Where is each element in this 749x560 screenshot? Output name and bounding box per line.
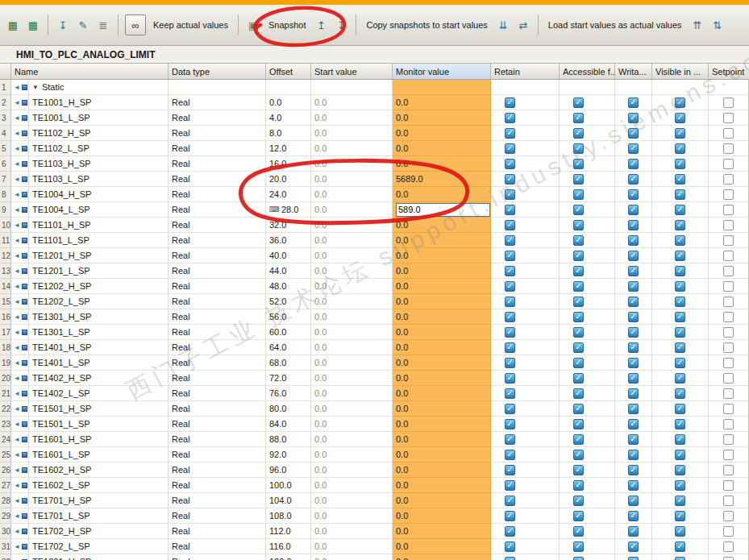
name-cell[interactable]: TE1001_H_SP bbox=[29, 95, 169, 110]
setpoint-checkbox[interactable] bbox=[723, 557, 734, 560]
offset-cell[interactable]: 116.0 bbox=[266, 539, 311, 554]
table-row[interactable]: 7 ◄ TE1103_L_SP Real 20.0 0.0 5689.0 ✓ ✓… bbox=[0, 172, 749, 187]
retain-checkbox[interactable]: ✓ bbox=[505, 327, 515, 338]
visible-checkbox[interactable]: ✓ bbox=[675, 220, 685, 230]
visible-checkbox[interactable]: ✓ bbox=[675, 480, 685, 491]
name-cell[interactable]: TE1601_L_SP bbox=[29, 447, 169, 463]
row-number[interactable]: 21 bbox=[0, 386, 11, 401]
retain-checkbox[interactable]: ✓ bbox=[505, 373, 515, 384]
start-value-cell[interactable]: 0.0 bbox=[311, 263, 393, 279]
monitor-value-cell[interactable]: 0.0 bbox=[393, 463, 491, 478]
table-row[interactable]: 13 ◄ TE1201_L_SP Real 44.0 0.0 0.0 ✓ ✓ ✓… bbox=[0, 263, 749, 279]
name-cell[interactable]: TE1801_H_SP bbox=[29, 554, 169, 560]
setpoint-checkbox[interactable] bbox=[723, 281, 734, 292]
retain-checkbox[interactable]: ✓ bbox=[505, 511, 515, 521]
monitor-value-cell[interactable]: 0.0 bbox=[393, 524, 491, 539]
writable-checkbox[interactable]: ✓ bbox=[628, 97, 639, 108]
start-value-cell[interactable]: 0.0 bbox=[311, 156, 393, 172]
writable-checkbox[interactable]: ✓ bbox=[628, 373, 639, 384]
col-header-visible[interactable]: Visible in ... bbox=[652, 64, 709, 79]
retain-checkbox[interactable]: ✓ bbox=[505, 159, 515, 169]
writable-checkbox[interactable]: ✓ bbox=[628, 220, 639, 230]
table-row-static[interactable]: 1 ◄ ▼ Static bbox=[0, 80, 749, 95]
name-cell[interactable]: TE1201_L_SP bbox=[29, 263, 169, 279]
table-row[interactable]: 6 ◄ TE1103_H_SP Real 16.0 0.0 0.0 ✓ ✓ ✓ … bbox=[0, 156, 749, 172]
table-row[interactable]: 28 ◄ TE1701_H_SP Real 104.0 0.0 0.0 ✓ ✓ … bbox=[0, 493, 749, 508]
row-number[interactable]: 5 bbox=[0, 141, 11, 156]
retain-checkbox[interactable]: ✓ bbox=[505, 235, 515, 246]
accessible-checkbox[interactable]: ✓ bbox=[573, 526, 584, 537]
name-cell[interactable]: TE1201_H_SP bbox=[29, 248, 169, 263]
accessible-checkbox[interactable]: ✓ bbox=[573, 342, 584, 353]
monitor-value-cell[interactable]: 0.0 bbox=[393, 493, 491, 508]
table-row[interactable]: 21 ◄ TE1402_L_SP Real 76.0 0.0 0.0 ✓ ✓ ✓… bbox=[0, 386, 749, 401]
type-cell[interactable]: Real bbox=[169, 95, 266, 110]
start-value-cell[interactable] bbox=[311, 80, 393, 95]
row-number[interactable]: 4 bbox=[0, 126, 11, 141]
retain-checkbox[interactable]: ✓ bbox=[505, 174, 515, 185]
insert-row-icon[interactable]: ▦ bbox=[5, 17, 21, 33]
visible-checkbox[interactable]: ✓ bbox=[675, 526, 685, 537]
row-number[interactable]: 24 bbox=[0, 432, 11, 447]
writable-checkbox[interactable]: ✓ bbox=[628, 297, 639, 307]
copy-snapshots-to-start-values-button[interactable]: Copy snapshots to start values bbox=[363, 20, 490, 30]
visible-checkbox[interactable]: ✓ bbox=[675, 205, 685, 215]
start-value-cell[interactable]: 0.0 bbox=[311, 141, 393, 156]
name-cell[interactable]: TE1301_H_SP bbox=[29, 309, 169, 325]
row-number[interactable]: 7 bbox=[0, 172, 11, 187]
type-cell[interactable]: Real bbox=[169, 417, 266, 432]
setpoint-checkbox[interactable] bbox=[723, 480, 734, 491]
accessible-checkbox[interactable]: ✓ bbox=[573, 113, 584, 123]
offset-cell[interactable]: 104.0 bbox=[266, 493, 311, 508]
start-value-cell[interactable]: 0.0 bbox=[311, 202, 393, 218]
load-swap-icon[interactable]: ⇅ bbox=[709, 17, 726, 33]
col-header-setpoint[interactable]: Setpoint bbox=[709, 64, 749, 79]
type-cell[interactable]: Real bbox=[169, 463, 266, 478]
writable-checkbox[interactable]: ✓ bbox=[628, 541, 639, 552]
retain-checkbox[interactable]: ✓ bbox=[505, 404, 515, 414]
monitor-value-cell[interactable]: 0.0 bbox=[393, 263, 491, 279]
accessible-checkbox[interactable]: ✓ bbox=[573, 159, 584, 169]
accessible-checkbox[interactable]: ✓ bbox=[573, 251, 584, 261]
retain-checkbox[interactable]: ✓ bbox=[505, 526, 515, 537]
retain-checkbox[interactable]: ✓ bbox=[505, 189, 515, 200]
start-value-cell[interactable]: 0.0 bbox=[311, 478, 393, 493]
setpoint-checkbox[interactable] bbox=[723, 205, 734, 215]
writable-checkbox[interactable]: ✓ bbox=[628, 174, 639, 185]
accessible-checkbox[interactable]: ✓ bbox=[573, 205, 584, 215]
start-value-cell[interactable]: 0.0 bbox=[311, 309, 393, 325]
table-row[interactable]: 3 ◄ TE1001_L_SP Real 4.0 0.0 0.0 ✓ ✓ ✓ ✓ bbox=[0, 110, 749, 126]
type-cell[interactable]: Real bbox=[169, 355, 266, 371]
writable-checkbox[interactable]: ✓ bbox=[628, 511, 639, 521]
setpoint-checkbox[interactable] bbox=[723, 297, 734, 307]
type-cell[interactable]: Real bbox=[169, 493, 266, 508]
row-number[interactable]: 12 bbox=[0, 248, 11, 263]
visible-checkbox[interactable]: ✓ bbox=[675, 450, 685, 460]
type-cell[interactable]: Real bbox=[169, 524, 266, 539]
accessible-checkbox[interactable]: ✓ bbox=[573, 496, 584, 506]
type-cell[interactable]: Real bbox=[169, 432, 266, 447]
retain-checkbox[interactable]: ✓ bbox=[505, 388, 515, 399]
col-header-monitor-value[interactable]: Monitor value bbox=[393, 64, 491, 79]
retain-checkbox[interactable]: ✓ bbox=[505, 220, 515, 230]
start-value-cell[interactable]: 0.0 bbox=[311, 355, 393, 371]
setpoint-checkbox[interactable] bbox=[723, 404, 734, 414]
row-number[interactable]: 13 bbox=[0, 263, 11, 279]
start-value-cell[interactable]: 0.0 bbox=[311, 417, 393, 432]
retain-checkbox[interactable]: ✓ bbox=[505, 541, 515, 552]
type-cell[interactable]: Real bbox=[169, 110, 266, 126]
retain-checkbox[interactable]: ✓ bbox=[505, 496, 515, 506]
setpoint-checkbox[interactable] bbox=[723, 327, 734, 338]
add-row-icon[interactable]: ▦ bbox=[25, 17, 41, 33]
start-value-cell[interactable]: 0.0 bbox=[311, 447, 393, 463]
accessible-checkbox[interactable]: ✓ bbox=[573, 557, 584, 560]
type-cell[interactable]: Real bbox=[169, 325, 266, 340]
table-row[interactable]: 23 ◄ TE1501_L_SP Real 84.0 0.0 0.0 ✓ ✓ ✓… bbox=[0, 417, 749, 432]
col-header-offset[interactable]: Offset bbox=[266, 64, 311, 79]
offset-cell[interactable]: 4.0 bbox=[266, 110, 311, 126]
setpoint-checkbox[interactable] bbox=[723, 496, 734, 506]
writable-checkbox[interactable]: ✓ bbox=[628, 235, 639, 246]
retain-checkbox[interactable]: ✓ bbox=[505, 342, 515, 353]
setpoint-checkbox[interactable] bbox=[723, 358, 734, 368]
name-cell[interactable]: TE1202_H_SP bbox=[29, 279, 169, 294]
